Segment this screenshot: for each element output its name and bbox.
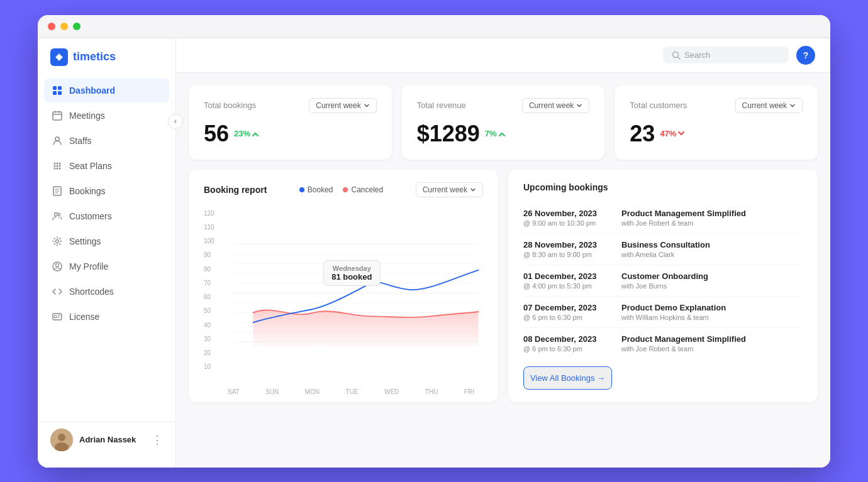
svg-point-6: [55, 137, 59, 141]
stat-header: Total customers Current week: [630, 98, 803, 113]
maximize-button[interactable]: [73, 23, 81, 30]
sidebar-item-customers[interactable]: Customers: [44, 204, 169, 228]
svg-rect-5: [53, 112, 62, 120]
booking-time: @ 4:00 pm to 5:30 pm: [523, 282, 611, 290]
chart-title: Booking report: [204, 185, 267, 195]
user-menu-button[interactable]: ⋮: [152, 433, 163, 447]
svg-point-19: [56, 239, 59, 243]
total-bookings-card: Total bookings Current week 56 23%: [189, 85, 392, 160]
logo-icon: [50, 48, 68, 66]
booking-info: Business Consultation with Amelia Clark: [621, 240, 710, 258]
booking-with: with Joe Robert & team: [621, 219, 746, 227]
sidebar-item-label: License: [69, 312, 99, 322]
user-circle-icon: [52, 261, 63, 272]
sidebar-item-bookings[interactable]: Bookings: [44, 179, 169, 203]
view-all-bookings-button[interactable]: View All Bookings →: [523, 366, 612, 390]
upcoming-bookings-card: Upcoming bookings 26 November, 2023 @ 9:…: [508, 170, 818, 402]
seat-plans-icon: [52, 160, 63, 172]
sidebar-collapse-button[interactable]: ‹: [168, 114, 183, 129]
sidebar-item-staffs[interactable]: Staffs: [44, 129, 169, 153]
sidebar-item-label: Customers: [69, 211, 112, 221]
svg-point-0: [58, 55, 61, 58]
chart-legend: Booked Canceled: [299, 185, 383, 194]
sidebar-item-dashboard[interactable]: Dashboard: [44, 79, 169, 102]
minimize-button[interactable]: [60, 23, 68, 30]
stat-change-badge: 47%: [660, 129, 685, 138]
stat-value: 56 23%: [204, 121, 377, 147]
stat-change-badge: 23%: [234, 129, 259, 138]
booking-with: with William Hopkins & team: [621, 314, 726, 321]
y-axis-labels: 120110100908070605040302010: [204, 207, 214, 371]
close-button[interactable]: [48, 23, 55, 30]
user-icon: [52, 135, 63, 146]
booking-date: 26 November, 2023 @ 9:00 am to 10:30 pm: [523, 209, 611, 227]
dashboard-content: Total bookings Current week 56 23%: [176, 73, 830, 468]
user-profile-section: Adrian Nassek ⋮: [38, 422, 175, 457]
booking-name: Business Consultation: [621, 240, 710, 249]
total-customers-card: Total customers Current week 23 47%: [615, 85, 818, 160]
list-item: 01 December, 2023 @ 4:00 pm to 5:30 pm C…: [523, 265, 803, 297]
sidebar-item-seat-plans[interactable]: Seat Plans: [44, 154, 169, 178]
svg-point-7: [54, 162, 56, 164]
booking-list: 26 November, 2023 @ 9:00 am to 10:30 pm …: [523, 202, 803, 359]
svg-point-12: [59, 165, 61, 167]
booking-info: Product Management Simplified with Joe R…: [621, 334, 746, 353]
svg-point-9: [59, 162, 61, 164]
booking-report-card: Booking report Booked Canceled: [189, 170, 498, 402]
customers-period-button[interactable]: Current week: [735, 98, 803, 113]
search-icon: [672, 51, 681, 60]
list-item: 07 December, 2023 @ 6 pm to 6:30 pm Prod…: [523, 297, 803, 328]
stat-title: Total revenue: [417, 101, 466, 110]
svg-point-18: [58, 213, 60, 216]
avatar: [50, 429, 73, 451]
sidebar-item-label: Dashboard: [69, 85, 115, 96]
booked-dot: [299, 187, 304, 192]
app-name: timetics: [73, 50, 116, 63]
stat-change-badge: 7%: [485, 129, 506, 138]
booking-date-text: 28 November, 2023: [523, 240, 611, 249]
bookings-period-button[interactable]: Current week: [309, 98, 376, 113]
sidebar-item-meetings[interactable]: Meetings: [44, 104, 169, 128]
chart-container: 120110100908070605040302010: [204, 207, 483, 383]
stat-value: $1289 7%: [417, 121, 590, 147]
gear-icon: [52, 236, 63, 247]
card-header: Upcoming bookings: [523, 182, 803, 192]
svg-rect-4: [58, 91, 62, 95]
svg-point-25: [58, 434, 65, 441]
booking-time: @ 6 pm to 6:30 pm: [523, 314, 611, 321]
help-button[interactable]: ?: [796, 46, 815, 65]
code-icon: [52, 286, 63, 297]
booking-name: Product Management Simplified: [621, 334, 746, 344]
chart-period-button[interactable]: Current week: [416, 182, 483, 197]
sidebar: timetics Dashboard: [38, 38, 176, 468]
svg-point-10: [54, 165, 56, 167]
svg-point-14: [57, 167, 58, 169]
chart-svg: [204, 207, 483, 383]
booking-name: Customer Onboarding: [621, 271, 708, 281]
list-item: 28 November, 2023 @ 8:30 am to 9:00 pm B…: [523, 234, 803, 265]
svg-point-21: [56, 263, 59, 266]
svg-rect-1: [53, 86, 57, 90]
revenue-period-button[interactable]: Current week: [522, 98, 589, 113]
sidebar-item-label: My Profile: [69, 261, 108, 271]
calendar-icon: [52, 110, 63, 121]
chevron-down-icon: [470, 187, 476, 193]
sidebar-item-my-profile[interactable]: My Profile: [44, 255, 169, 278]
stat-title: Total bookings: [204, 101, 256, 110]
sidebar-nav: Dashboard Meetings: [38, 79, 175, 422]
booking-time: @ 9:00 am to 10:30 pm: [523, 219, 611, 227]
sidebar-item-license[interactable]: License: [44, 305, 169, 329]
app-logo: timetics: [38, 48, 175, 79]
chevron-down-icon: [789, 102, 796, 109]
sidebar-item-shortcodes[interactable]: Shortcodes: [44, 280, 169, 304]
stat-header: Total bookings Current week: [204, 98, 377, 113]
list-item: 08 December, 2023 @ 6 pm to 6:30 pm Prod…: [523, 328, 803, 359]
upcoming-title: Upcoming bookings: [523, 182, 608, 192]
svg-point-23: [54, 315, 57, 318]
sidebar-item-label: Staffs: [69, 136, 92, 146]
search-input[interactable]: Search: [663, 47, 789, 63]
sidebar-item-settings[interactable]: Settings: [44, 229, 169, 253]
svg-point-8: [57, 162, 58, 164]
search-placeholder: Search: [684, 50, 710, 60]
x-axis-labels: SATSUNMONTUEWEDTHUFRI: [204, 388, 483, 395]
